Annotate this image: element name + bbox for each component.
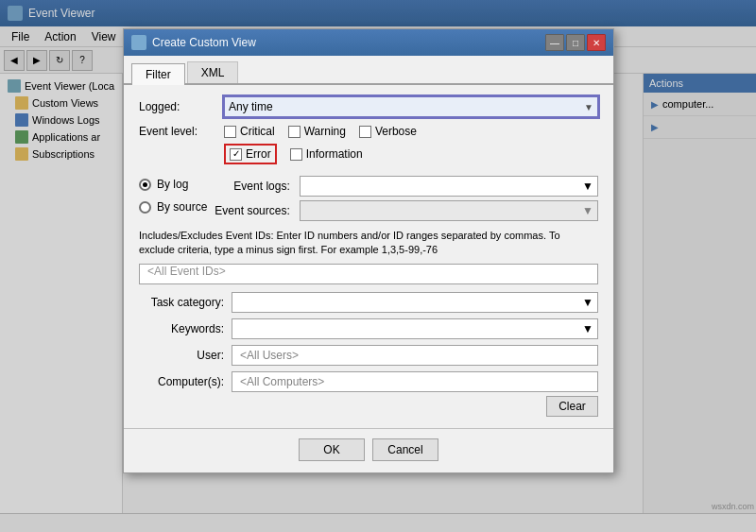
keywords-label: Keywords: [139,322,224,335]
logged-select-arrow: ▼ [584,102,593,112]
radio-by-source-row[interactable]: By source [139,200,207,214]
ok-button[interactable]: OK [299,438,365,461]
checkbox-verbose-label: Verbose [375,125,417,138]
event-sources-select[interactable]: ▼ [300,200,598,221]
checkbox-critical-label: Critical [240,125,275,138]
logged-row: Logged: Any time ▼ [139,96,598,117]
checkbox-critical[interactable] [224,126,236,138]
create-custom-view-dialog: Create Custom View — □ ✕ Filter XML Logg… [123,28,614,473]
dialog-minimize-button[interactable]: — [545,34,564,51]
event-level-checkboxes: Critical Warning Verbose [224,125,417,170]
event-ids-placeholder: <All Event IDs> [147,265,226,278]
task-category-select[interactable]: ▼ [232,292,598,313]
event-level-label: Event level: [139,125,224,138]
checkbox-error-item[interactable]: Error [230,147,271,161]
extra-fields-grid: Task category: ▼ Keywords: ▼ User: <All … [139,292,598,392]
clear-button[interactable]: Clear [546,396,598,417]
computer-placeholder: <All Computers> [240,375,324,388]
task-category-label: Task category: [139,296,224,309]
logged-select-value: Any time [229,100,273,113]
event-ids-input[interactable]: <All Event IDs> [139,264,598,284]
clear-button-row: Clear [139,396,598,417]
tab-filter[interactable]: Filter [131,63,185,85]
computer-input[interactable]: <All Computers> [232,371,598,392]
checkbox-error-highlight: Error [224,144,277,164]
event-logs-label: Event logs: [215,180,289,193]
event-logs-arrow: ▼ [582,180,593,193]
checkbox-row-1: Critical Warning Verbose [224,125,417,138]
user-input[interactable]: <All Users> [232,345,598,366]
dialog-window-controls: — □ ✕ [545,34,606,51]
keywords-select[interactable]: ▼ [232,318,598,339]
task-category-arrow: ▼ [582,296,593,309]
logged-select[interactable]: Any time ▼ [224,96,598,117]
dialog-bottom-buttons: OK Cancel [124,428,613,472]
dialog-icon [131,35,146,50]
radio-by-log[interactable] [139,179,151,191]
keywords-arrow: ▼ [582,322,593,335]
radio-by-log-label: By log [157,178,188,191]
checkbox-information[interactable] [290,148,302,161]
checkbox-warning-label: Warning [304,125,346,138]
dialog-body: Logged: Any time ▼ Event level: Critical [124,85,613,428]
event-sources-label: Event sources: [215,204,289,217]
dialog-title: Create Custom View [152,36,256,49]
checkbox-critical-item[interactable]: Critical [224,125,275,138]
log-source-section: By log By source Event logs: ▼ Event sou… [139,176,598,221]
checkbox-verbose-item[interactable]: Verbose [359,125,417,138]
radio-by-source[interactable] [139,201,151,214]
user-label: User: [139,349,224,362]
dialog-close-button[interactable]: ✕ [587,34,606,51]
event-logs-select[interactable]: ▼ [300,176,598,197]
checkbox-warning-item[interactable]: Warning [288,125,346,138]
checkbox-error[interactable] [230,148,242,161]
radio-by-source-label: By source [157,200,207,214]
dialog-titlebar: Create Custom View — □ ✕ [124,29,613,56]
event-sources-arrow: ▼ [582,204,593,217]
dialog-title-left: Create Custom View [131,35,256,50]
checkbox-information-item[interactable]: Information [290,147,363,161]
radio-column: By log By source [139,178,207,214]
checkbox-verbose[interactable] [359,126,371,138]
checkbox-warning[interactable] [288,126,301,138]
logged-label: Logged: [139,100,224,113]
checkbox-row-2: Error Information [224,144,417,164]
event-id-description: Includes/Excludes Event IDs: Enter ID nu… [139,229,598,258]
cancel-button[interactable]: Cancel [372,438,438,461]
dialog-tabs: Filter XML [124,56,613,85]
tab-xml[interactable]: XML [187,61,239,83]
dialog-maximize-button[interactable]: □ [566,34,585,51]
user-placeholder: <All Users> [240,349,299,362]
radio-by-log-row[interactable]: By log [139,178,207,191]
computer-label: Computer(s): [139,375,224,388]
log-source-grid: Event logs: ▼ Event sources: ▼ [215,176,598,221]
checkbox-information-label: Information [306,147,363,161]
checkbox-error-label: Error [246,147,271,161]
event-level-row: Event level: Critical Warning Verbose [139,125,598,170]
